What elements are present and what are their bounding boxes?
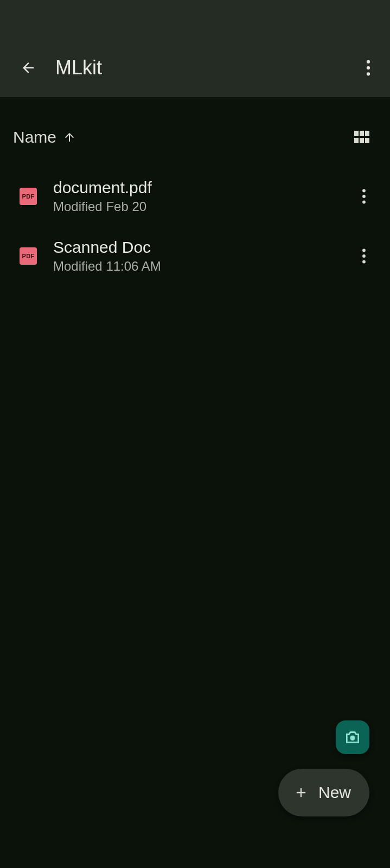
camera-fab[interactable] <box>336 720 369 754</box>
camera-icon <box>344 729 361 746</box>
plus-icon <box>293 785 309 800</box>
new-fab[interactable]: New <box>278 769 369 816</box>
svg-point-14 <box>362 260 366 264</box>
svg-point-1 <box>367 66 370 69</box>
file-meta: Modified 11:06 AM <box>53 259 351 274</box>
sort-label-text: Name <box>13 128 56 146</box>
svg-rect-6 <box>354 138 359 143</box>
file-more-button[interactable] <box>351 183 377 209</box>
svg-rect-4 <box>360 131 364 136</box>
grid-view-icon <box>354 131 369 144</box>
file-more-button[interactable] <box>351 243 377 269</box>
pdf-icon: PDF <box>20 247 37 265</box>
svg-point-10 <box>362 195 366 198</box>
file-list: PDF document.pdf Modified Feb 20 PDF Sca… <box>0 160 390 292</box>
svg-point-12 <box>362 249 366 252</box>
svg-point-2 <box>367 72 370 75</box>
file-name: Scanned Doc <box>53 238 351 257</box>
arrow-back-icon <box>20 60 36 76</box>
page-title: MLkit <box>55 56 355 79</box>
more-vert-icon <box>362 189 366 204</box>
svg-point-11 <box>362 201 366 204</box>
file-meta: Modified Feb 20 <box>53 199 351 214</box>
file-item[interactable]: PDF document.pdf Modified Feb 20 <box>0 167 390 226</box>
arrow-up-icon <box>63 131 76 144</box>
app-bar: MLkit <box>0 0 390 97</box>
view-toggle-button[interactable] <box>349 124 375 150</box>
file-name: document.pdf <box>53 178 351 197</box>
svg-point-0 <box>367 60 370 63</box>
sort-bar: Name <box>0 97 390 160</box>
svg-point-13 <box>362 254 366 258</box>
new-fab-label: New <box>318 783 351 802</box>
sort-button[interactable]: Name <box>13 128 76 146</box>
svg-rect-8 <box>365 138 369 143</box>
pdf-icon: PDF <box>20 188 37 205</box>
file-item[interactable]: PDF Scanned Doc Modified 11:06 AM <box>0 226 390 286</box>
svg-rect-7 <box>360 138 364 143</box>
svg-point-15 <box>350 736 355 741</box>
svg-rect-5 <box>365 131 369 136</box>
more-options-button[interactable] <box>355 55 381 81</box>
more-vert-icon <box>366 60 370 76</box>
more-vert-icon <box>362 248 366 264</box>
back-button[interactable] <box>15 55 41 81</box>
svg-point-9 <box>362 189 366 193</box>
svg-rect-3 <box>354 131 359 136</box>
